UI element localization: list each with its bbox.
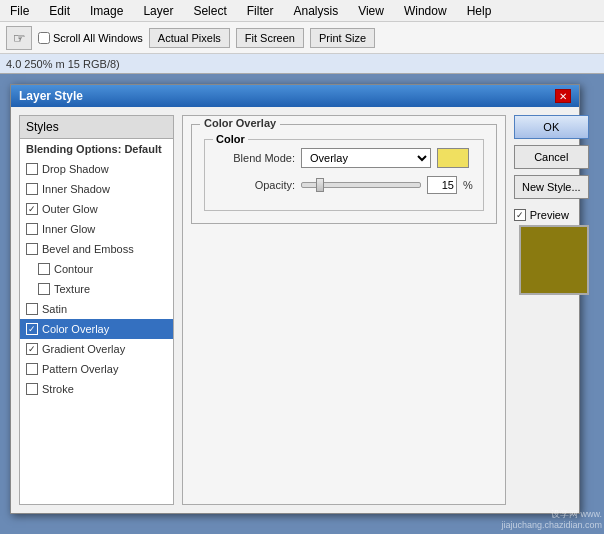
style-item-8[interactable]: Satin	[20, 299, 173, 319]
style-label-2: Inner Shadow	[42, 183, 110, 195]
style-checkbox-9: ✓	[26, 323, 38, 335]
style-label-10: Gradient Overlay	[42, 343, 125, 355]
toolbar: ☞ Scroll All Windows Actual Pixels Fit S…	[0, 22, 604, 54]
preview-thumbnail	[519, 225, 589, 295]
check-mark-9: ✓	[28, 324, 36, 334]
watermark-line1: 设学网 www.	[501, 509, 602, 521]
new-style-button[interactable]: New Style...	[514, 175, 589, 199]
style-checkbox-11	[26, 363, 38, 375]
style-item-12[interactable]: Stroke	[20, 379, 173, 399]
style-item-2[interactable]: Inner Shadow	[20, 179, 173, 199]
dialog-titlebar: Layer Style ✕	[11, 85, 579, 107]
watermark-line2: jiajuchang.chazidian.com	[501, 520, 602, 532]
menu-layer[interactable]: Layer	[137, 2, 179, 20]
preview-section: ✓ Preview	[514, 209, 594, 295]
menu-filter[interactable]: Filter	[241, 2, 280, 20]
ok-button[interactable]: OK	[514, 115, 589, 139]
preview-check-mark: ✓	[516, 210, 524, 220]
style-checkbox-1	[26, 163, 38, 175]
color-overlay-section: Color Overlay Color Blend Mode: Overlay	[191, 124, 497, 224]
check-mark-3: ✓	[28, 204, 36, 214]
style-label-11: Pattern Overlay	[42, 363, 118, 375]
workspace: Layer Style ✕ Styles Blending Options: D…	[0, 74, 604, 534]
menu-select[interactable]: Select	[187, 2, 232, 20]
menu-edit[interactable]: Edit	[43, 2, 76, 20]
styles-header: Styles	[20, 116, 173, 139]
style-item-5[interactable]: Bevel and Emboss	[20, 239, 173, 259]
opacity-slider-thumb[interactable]	[316, 178, 324, 192]
watermark: 设学网 www. jiajuchang.chazidian.com	[501, 509, 602, 532]
fit-screen-button[interactable]: Fit Screen	[236, 28, 304, 48]
menu-help[interactable]: Help	[461, 2, 498, 20]
style-item-3[interactable]: ✓Outer Glow	[20, 199, 173, 219]
blend-mode-label: Blend Mode:	[215, 152, 295, 164]
dialog-title: Layer Style	[19, 89, 83, 103]
dialog-body: Styles Blending Options: DefaultDrop Sha…	[11, 107, 579, 513]
style-checkbox-12	[26, 383, 38, 395]
color-swatch[interactable]	[437, 148, 469, 168]
style-items-list: Blending Options: DefaultDrop ShadowInne…	[20, 139, 173, 399]
blend-mode-row: Blend Mode: Overlay	[215, 148, 473, 168]
style-label-9: Color Overlay	[42, 323, 109, 335]
menubar: File Edit Image Layer Select Filter Anal…	[0, 0, 604, 22]
blend-mode-select[interactable]: Overlay	[301, 148, 431, 168]
style-checkbox-3: ✓	[26, 203, 38, 215]
color-subsection-label: Color	[213, 133, 248, 145]
move-tool-icon[interactable]: ☞	[6, 26, 32, 50]
addressbar: 4.0 250% m 15 RGB/8)	[0, 54, 604, 74]
style-label-1: Drop Shadow	[42, 163, 109, 175]
style-checkbox-5	[26, 243, 38, 255]
style-label-4: Inner Glow	[42, 223, 95, 235]
style-item-7[interactable]: Texture	[20, 279, 173, 299]
style-checkbox-10: ✓	[26, 343, 38, 355]
style-label-6: Contour	[54, 263, 93, 275]
menu-analysis[interactable]: Analysis	[287, 2, 344, 20]
style-item-0[interactable]: Blending Options: Default	[20, 139, 173, 159]
menu-window[interactable]: Window	[398, 2, 453, 20]
opacity-row: Opacity: %	[215, 176, 473, 194]
layer-style-dialog: Layer Style ✕ Styles Blending Options: D…	[10, 84, 580, 514]
content-area: Color Overlay Color Blend Mode: Overlay	[182, 115, 506, 505]
style-label-12: Stroke	[42, 383, 74, 395]
address-text: 4.0 250% m 15 RGB/8)	[6, 58, 120, 70]
style-item-1[interactable]: Drop Shadow	[20, 159, 173, 179]
check-mark-10: ✓	[28, 344, 36, 354]
style-label-0: Blending Options: Default	[26, 143, 162, 155]
menu-file[interactable]: File	[4, 2, 35, 20]
opacity-percent-label: %	[463, 179, 473, 191]
opacity-slider-container: %	[301, 176, 473, 194]
style-item-4[interactable]: Inner Glow	[20, 219, 173, 239]
style-checkbox-4	[26, 223, 38, 235]
style-label-8: Satin	[42, 303, 67, 315]
opacity-label: Opacity:	[215, 179, 295, 191]
style-item-10[interactable]: ✓Gradient Overlay	[20, 339, 173, 359]
style-checkbox-8	[26, 303, 38, 315]
style-checkbox-7	[38, 283, 50, 295]
style-item-9[interactable]: ✓Color Overlay	[20, 319, 173, 339]
style-item-6[interactable]: Contour	[20, 259, 173, 279]
style-label-5: Bevel and Emboss	[42, 243, 134, 255]
print-size-button[interactable]: Print Size	[310, 28, 375, 48]
styles-panel: Styles Blending Options: DefaultDrop Sha…	[19, 115, 174, 505]
style-item-11[interactable]: Pattern Overlay	[20, 359, 173, 379]
menu-image[interactable]: Image	[84, 2, 129, 20]
buttons-panel: OK Cancel New Style... ✓ Preview	[514, 115, 594, 505]
cancel-button[interactable]: Cancel	[514, 145, 589, 169]
style-checkbox-2	[26, 183, 38, 195]
preview-checkbox[interactable]: ✓	[514, 209, 526, 221]
style-label-7: Texture	[54, 283, 90, 295]
opacity-slider-track[interactable]	[301, 182, 421, 188]
menu-view[interactable]: View	[352, 2, 390, 20]
style-label-3: Outer Glow	[42, 203, 98, 215]
style-checkbox-6	[38, 263, 50, 275]
preview-label-row: ✓ Preview	[514, 209, 594, 221]
dialog-close-button[interactable]: ✕	[555, 89, 571, 103]
scroll-all-windows-checkbox[interactable]: Scroll All Windows	[38, 32, 143, 44]
color-group: Color Blend Mode: Overlay Opacity:	[204, 139, 484, 211]
opacity-input[interactable]	[427, 176, 457, 194]
preview-label-text: Preview	[530, 209, 569, 221]
section-title: Color Overlay	[200, 117, 280, 129]
actual-pixels-button[interactable]: Actual Pixels	[149, 28, 230, 48]
